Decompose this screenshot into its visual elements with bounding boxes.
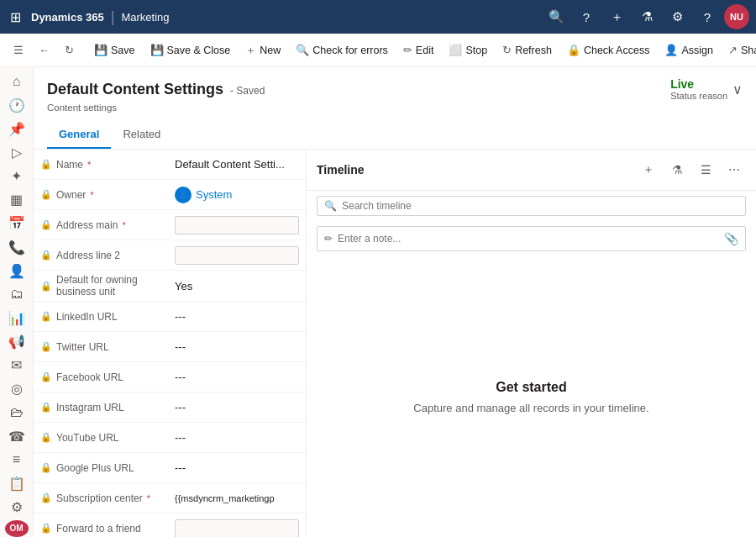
- field-default-value: Yes: [175, 280, 299, 292]
- top-nav-right: 🔍 ? ＋ ⚗ ⚙ ? NU: [543, 3, 749, 30]
- sidebar-item-marketing[interactable]: 📢: [2, 331, 32, 353]
- status-reason: Status reason: [670, 91, 727, 101]
- field-name: 🔒 Name * Default Content Setti...: [34, 150, 306, 180]
- refresh-icon: ↻: [502, 44, 512, 56]
- timeline-note-input[interactable]: [338, 233, 719, 245]
- sidebar-item-magic[interactable]: ✦: [2, 166, 32, 187]
- lock-icon-name: 🔒: [40, 159, 52, 170]
- field-facebook-value: ---: [175, 371, 299, 383]
- sidebar-item-circle[interactable]: ◎: [2, 378, 32, 400]
- sidebar-item-recent[interactable]: 🕐: [2, 94, 32, 116]
- avatar[interactable]: NU: [724, 4, 749, 29]
- new-button[interactable]: ＋ New: [239, 39, 287, 62]
- forward-button[interactable]: ↻: [58, 39, 81, 61]
- back-button[interactable]: ←: [32, 39, 56, 61]
- timeline-title: Timeline: [317, 163, 632, 176]
- field-owner-value[interactable]: 👤 System: [175, 187, 299, 203]
- timeline-more-icon[interactable]: ⋯: [722, 158, 746, 182]
- help-icon[interactable]: ?: [573, 3, 600, 30]
- settings-icon[interactable]: ⚙: [664, 3, 690, 30]
- title-row: Default Content Settings - Saved Live St…: [47, 77, 743, 101]
- sidebar-item-play[interactable]: ▷: [2, 141, 32, 163]
- timeline-search-input[interactable]: [342, 200, 738, 212]
- timeline-empty-title: Get started: [496, 380, 566, 395]
- question-icon[interactable]: ?: [694, 3, 721, 30]
- save-close-button[interactable]: 💾 Save & Close: [144, 39, 238, 61]
- lock-icon-owner: 🔒: [40, 189, 52, 200]
- new-record-icon[interactable]: ＋: [603, 3, 630, 30]
- save-icon: 💾: [94, 44, 108, 56]
- new-icon: ＋: [245, 43, 256, 58]
- sidebar-avatar[interactable]: OM: [5, 520, 29, 537]
- page-saved: - Saved: [230, 85, 265, 97]
- field-google-plus: 🔒 Google Plus URL ---: [34, 453, 306, 483]
- sidebar-item-table[interactable]: ▦: [2, 189, 32, 211]
- timeline-filter-icon[interactable]: ⚗: [665, 158, 689, 182]
- stop-button[interactable]: ⬜ Stop: [442, 39, 494, 61]
- check-access-button[interactable]: 🔒 Check Access: [560, 39, 657, 61]
- edit-button[interactable]: ✏ Edit: [396, 39, 441, 61]
- owner-avatar: 👤: [175, 187, 192, 203]
- status-chevron-icon[interactable]: ∨: [732, 82, 743, 97]
- address-line2-input[interactable]: [175, 246, 299, 265]
- page-header: Default Content Settings - Saved Live St…: [34, 67, 756, 150]
- filter-icon[interactable]: ⚗: [633, 3, 660, 30]
- timeline-search-bar: 🔍: [317, 196, 746, 216]
- page-subtitle: Content settings: [47, 103, 743, 113]
- sidebar-item-phone[interactable]: 📞: [2, 236, 32, 258]
- sidebar-item-pinned[interactable]: 📌: [2, 118, 32, 140]
- app-name: Dynamics 365: [31, 11, 104, 24]
- field-address-line2: 🔒 Address line 2: [34, 240, 306, 271]
- field-forward: 🔒 Forward to a friend: [34, 513, 306, 537]
- sidebar-item-settings2[interactable]: ⚙: [2, 497, 32, 519]
- edit-icon: ✏: [403, 44, 412, 56]
- assign-icon: 👤: [664, 44, 678, 56]
- lock-icon-twitter: 🔒: [40, 341, 52, 352]
- timeline-note-icon: ✏: [324, 233, 333, 245]
- check-access-icon: 🔒: [567, 44, 580, 56]
- share-button[interactable]: ↗ Share: [722, 39, 756, 61]
- hamburger-button[interactable]: ☰: [7, 39, 30, 61]
- sidebar-item-phone2[interactable]: ☎: [2, 425, 32, 447]
- timeline-header: Timeline ＋ ⚗ ☰ ⋯: [307, 150, 756, 191]
- check-errors-button[interactable]: 🔍 Check for errors: [289, 39, 395, 61]
- forward-input[interactable]: [175, 519, 299, 538]
- sidebar-item-contacts[interactable]: 👤: [2, 260, 32, 282]
- tab-related[interactable]: Related: [111, 121, 172, 149]
- tab-general[interactable]: General: [47, 121, 111, 149]
- save-button[interactable]: 💾 Save: [87, 39, 142, 61]
- field-default-owning: 🔒 Default for owning business unit Yes: [34, 271, 306, 302]
- page-title: Default Content Settings: [47, 81, 223, 98]
- hamburger-icon: ☰: [13, 44, 24, 56]
- sidebar-item-list2[interactable]: 📋: [2, 472, 32, 494]
- field-subscription-value: {{msdyncrm_marketingp: [175, 493, 299, 503]
- sidebar-item-files[interactable]: 🗂: [2, 283, 32, 305]
- field-twitter: 🔒 Twitter URL ---: [34, 332, 306, 362]
- timeline-add-icon[interactable]: ＋: [637, 158, 660, 182]
- field-linkedin-value: ---: [175, 310, 299, 323]
- back-icon: ←: [39, 44, 50, 56]
- status-label: Live: [670, 77, 727, 91]
- sidebar-item-calendar[interactable]: 📅: [2, 213, 32, 234]
- address-main-input[interactable]: [175, 216, 299, 234]
- field-youtube-value: ---: [175, 431, 299, 444]
- sidebar-item-email[interactable]: ✉: [2, 355, 32, 376]
- save-close-icon: 💾: [150, 44, 164, 56]
- assign-button[interactable]: 👤 Assign: [658, 39, 720, 61]
- sidebar-item-list[interactable]: ≡: [2, 449, 32, 471]
- sidebar-item-folder[interactable]: 🗁: [2, 402, 32, 424]
- field-subscription: 🔒 Subscription center * {{msdyncrm_marke…: [34, 483, 306, 513]
- timeline-attachment-icon[interactable]: 📎: [724, 232, 738, 245]
- lock-icon-address2: 🔒: [40, 250, 52, 261]
- sidebar-item-home[interactable]: ⌂: [2, 71, 32, 92]
- field-youtube: 🔒 YouTube URL ---: [34, 423, 306, 453]
- search-icon[interactable]: 🔍: [543, 3, 570, 30]
- timeline-note-bar: ✏ 📎: [317, 226, 746, 251]
- timeline-empty-state: Get started Capture and manage all recor…: [307, 256, 756, 537]
- field-linkedin: 🔒 LinkedIn URL ---: [34, 302, 306, 332]
- refresh-button[interactable]: ↻ Refresh: [496, 39, 559, 61]
- timeline-list-icon[interactable]: ☰: [694, 158, 717, 182]
- sidebar-item-reports[interactable]: 📊: [2, 307, 32, 329]
- grid-icon[interactable]: ⊞: [7, 6, 24, 29]
- field-twitter-value: ---: [175, 340, 299, 353]
